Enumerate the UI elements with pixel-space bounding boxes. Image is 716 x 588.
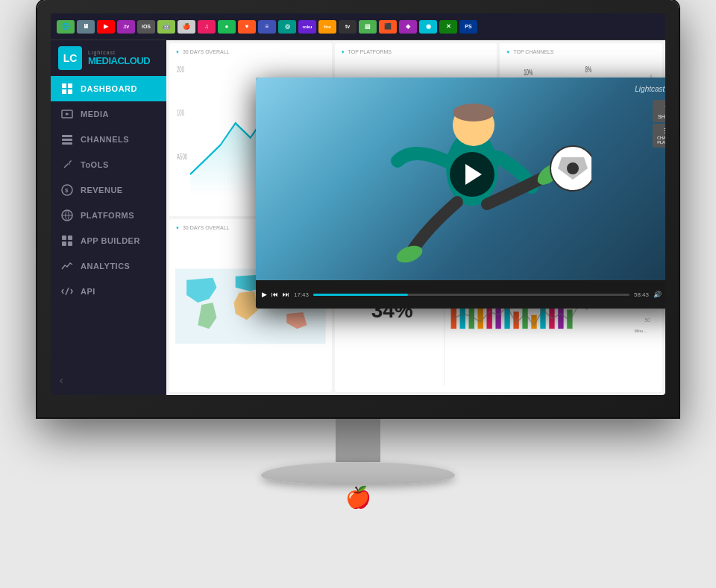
platforms-label: PLATFORMS [81, 211, 134, 220]
svg-text:50: 50 [644, 317, 650, 323]
appbuilder-icon [61, 235, 73, 247]
channel-icon-roku[interactable]: roku [298, 20, 316, 34]
sidebar-item-analytics[interactable]: ANALYTICS [51, 253, 166, 279]
channel-icon-appletv[interactable]: tv [339, 20, 357, 34]
sidebar-item-dashboard[interactable]: DASHBOARD [51, 76, 166, 101]
dashboard-content: 30 DAYS OVERALL [166, 40, 665, 395]
monitor-wrapper: 🌐 🖥 ▶ .tv iOS 🤖 🍎 ♫ ● ♥ ≡ ◎ roku fire tv… [22, 0, 694, 588]
svg-text:$: $ [65, 187, 69, 194]
apple-logo: 🍎 [345, 485, 371, 510]
svg-rect-12 [62, 235, 66, 240]
channel-icon-chromecast[interactable]: ◎ [278, 20, 296, 34]
platforms-icon [61, 209, 73, 221]
svg-rect-14 [62, 241, 66, 246]
channel-icon-ios[interactable]: iOS [137, 20, 155, 34]
tools-label: ToOLS [81, 160, 109, 169]
svg-point-73 [453, 104, 494, 121]
svg-text:A500: A500 [177, 152, 187, 162]
channel-icon-monitor[interactable]: 🖥 [77, 20, 95, 34]
card-title-platforms: TOP PLATFORMS [341, 49, 492, 54]
channel-icon-youtube[interactable]: ▶ [97, 20, 115, 34]
tools-icon [61, 159, 73, 171]
app-container: 🌐 🖥 ▶ .tv iOS 🤖 🍎 ♫ ● ♥ ≡ ◎ roku fire tv… [51, 13, 665, 395]
svg-rect-6 [62, 135, 72, 137]
svg-rect-0 [62, 83, 66, 88]
channel-icon-iheartradio[interactable]: ♥ [238, 20, 256, 34]
sidebar-item-revenue[interactable]: $ REVENUE [51, 177, 166, 203]
play-ctrl-button[interactable]: ▶ [262, 291, 267, 298]
channel-icon-g2[interactable]: ⬛ [379, 20, 397, 34]
logo-texts: Lightcast MEDIACLOUD [88, 50, 150, 66]
playlist-icon: ☰ [657, 127, 665, 135]
channel-icon-android[interactable]: 🤖 [157, 20, 175, 34]
current-time: 17:43 [294, 291, 309, 298]
svg-rect-7 [62, 139, 72, 141]
channel-icon-xbox[interactable]: ✕ [439, 20, 457, 34]
video-content: Lightcast.com ⬆ SHARE ☰ C [256, 78, 665, 280]
analytics-label: ANALYTICS [81, 262, 130, 271]
top-channel-bar: 🌐 🖥 ▶ .tv iOS 🤖 🍎 ♫ ● ♥ ≡ ◎ roku fire tv… [51, 13, 665, 40]
logo-lightcast: Lightcast [88, 50, 150, 55]
svg-rect-8 [62, 142, 72, 145]
svg-point-77 [567, 162, 579, 174]
svg-rect-56 [477, 309, 483, 329]
progress-bar[interactable] [313, 294, 629, 296]
svg-text:8%: 8% [585, 65, 592, 75]
svg-text:Minu...: Minu... [634, 329, 647, 333]
share-icon: ⬆ [657, 103, 665, 113]
revenue-label: REVENUE [81, 186, 123, 195]
channel-icon-spotify[interactable]: ● [218, 20, 236, 34]
channels-label: CHANNELS [81, 135, 129, 144]
monitor-bezel: 🌐 🖥 ▶ .tv iOS 🤖 🍎 ♫ ● ♥ ≡ ◎ roku fire tv… [37, 0, 679, 417]
channel-icon-g4[interactable]: ◉ [419, 20, 437, 34]
next-button[interactable]: ⏭ [283, 291, 289, 298]
channel-icon-g1[interactable]: ▤ [359, 20, 377, 34]
channel-icon-tv[interactable]: .tv [117, 20, 135, 34]
svg-marker-5 [66, 113, 69, 116]
card-title-channels: TOP CHANNELS [506, 49, 656, 54]
media-icon [61, 108, 73, 120]
svg-rect-2 [62, 89, 66, 94]
main-area: LC Lightcast MEDIACLOUD [51, 40, 665, 395]
channels-icon [61, 133, 73, 145]
total-time: 58:43 [634, 291, 649, 298]
sidebar-item-platforms[interactable]: PLATFORMS [51, 203, 166, 228]
channel-icon-g3[interactable]: ◈ [399, 20, 417, 34]
sidebar-item-tools[interactable]: ToOLS [51, 152, 166, 177]
svg-rect-13 [68, 235, 72, 240]
channel-icon-web[interactable]: 🌐 [57, 20, 75, 34]
logo-mediacloud: MEDIACLOUD [88, 55, 150, 66]
logo-icon: LC [58, 46, 82, 70]
dashboard-icon [61, 83, 73, 95]
svg-rect-15 [68, 241, 72, 246]
playlist-label: CHANNEL PLAYLIST [657, 136, 665, 145]
prev-button[interactable]: ⏮ [271, 291, 278, 298]
media-label: MEDIA [81, 110, 109, 118]
playlist-button[interactable]: ☰ CHANNEL PLAYLIST [653, 124, 665, 148]
play-button[interactable] [450, 152, 494, 197]
share-button[interactable]: ⬆ SHARE [653, 100, 665, 122]
channel-icon-itunes[interactable]: ♫ [198, 20, 216, 34]
svg-text:200: 200 [177, 65, 184, 75]
share-label: SHARE [657, 114, 665, 119]
video-controls: ▶ ⏮ ⏭ 17:43 58:43 🔊 ⛶ ◀ [256, 280, 665, 309]
sidebar: LC Lightcast MEDIACLOUD [51, 40, 166, 395]
channel-icon-firetv[interactable]: fire [318, 20, 336, 34]
sidebar-item-media[interactable]: MEDIA [51, 101, 166, 127]
sidebar-item-appbuilder[interactable]: APP BUILDER [51, 228, 166, 253]
volume-button[interactable]: 🔊 [653, 291, 662, 298]
svg-rect-1 [68, 83, 72, 88]
sidebar-item-api[interactable]: API [51, 279, 166, 304]
sidebar-item-channels[interactable]: CHANNELS [51, 127, 166, 152]
progress-fill [313, 294, 408, 296]
card-title-30days: 30 DAYS OVERALL [175, 49, 326, 54]
svg-text:100: 100 [177, 108, 184, 118]
sidebar-collapse-button[interactable]: ‹ [51, 365, 166, 395]
channel-icon-more1[interactable]: ≡ [258, 20, 276, 34]
dashboard-label: DASHBOARD [81, 84, 137, 93]
channel-icon-ps[interactable]: PS [459, 20, 477, 34]
monitor-base [261, 462, 455, 484]
svg-rect-3 [68, 89, 72, 94]
channel-icon-apple[interactable]: 🍎 [178, 20, 195, 34]
api-icon [61, 285, 73, 297]
